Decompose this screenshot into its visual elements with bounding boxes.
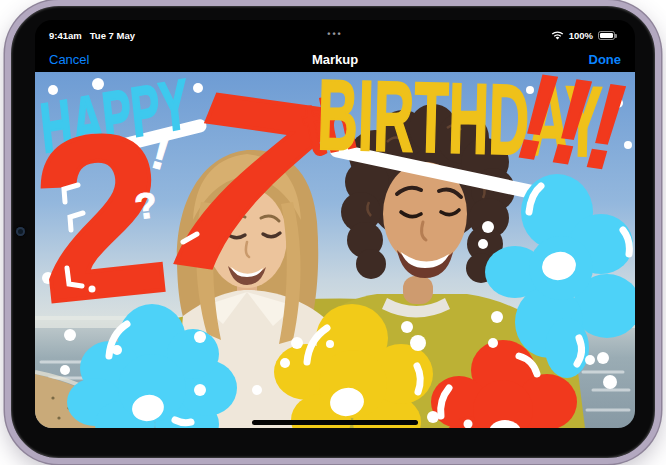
page: 9:41am Tue 7 May ••• 100% Cancel Markup … bbox=[0, 0, 666, 465]
photo-canvas[interactable]: HAPPY 2 7 th BIRTHDAY !!! ! ? bbox=[35, 72, 635, 428]
done-button[interactable]: Done bbox=[589, 52, 622, 67]
front-camera-icon bbox=[16, 227, 25, 236]
screen: 9:41am Tue 7 May ••• 100% Cancel Markup … bbox=[35, 20, 635, 428]
doodle-accent-marks bbox=[35, 72, 635, 428]
battery-icon bbox=[598, 31, 615, 40]
markup-title: Markup bbox=[312, 52, 358, 67]
status-bar: 9:41am Tue 7 May ••• 100% bbox=[35, 20, 635, 46]
multitask-indicator-icon[interactable]: ••• bbox=[35, 29, 635, 39]
nav-bar: Cancel Markup Done bbox=[35, 46, 635, 72]
cancel-button[interactable]: Cancel bbox=[49, 52, 89, 67]
home-indicator[interactable] bbox=[252, 420, 418, 425]
